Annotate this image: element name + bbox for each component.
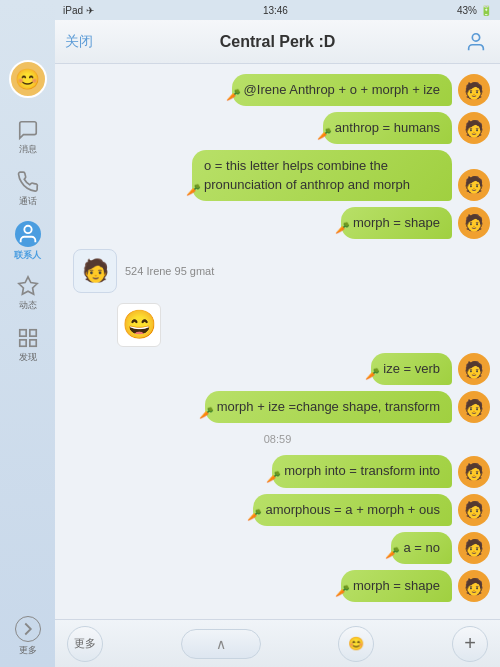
avatar: 🧑 — [458, 391, 490, 423]
sidebar-item-contacts[interactable]: 联系人 — [5, 218, 51, 264]
emoji-message: 😄 — [117, 303, 161, 347]
emoji-icon: 😊 — [348, 636, 364, 651]
message-text: morph = shape — [353, 215, 440, 230]
sidebar-discover-label: 发现 — [19, 351, 37, 364]
status-right: 43% 🔋 — [457, 5, 492, 16]
message-text: anthrop = humans — [335, 120, 440, 135]
battery-icon: 🔋 — [480, 5, 492, 16]
message-bubble: @Irene Anthrop + o + morph + ize — [232, 74, 452, 106]
close-button[interactable]: 关闭 — [65, 33, 93, 51]
table-row: 🧑 morph = shape — [65, 570, 490, 602]
avatar[interactable]: 😊 — [9, 60, 47, 98]
more-label: 更多 — [74, 636, 96, 651]
battery-text: 43% — [457, 5, 477, 16]
sidebar-item-moments[interactable]: 动态 — [5, 270, 51, 316]
avatar: 🧑 — [458, 74, 490, 106]
sidebar-more-label: 更多 — [19, 644, 37, 657]
sidebar-item-messages[interactable]: 消息 — [5, 114, 51, 160]
sidebar-item-more[interactable]: 更多 — [5, 613, 51, 659]
svg-rect-4 — [29, 339, 35, 345]
timestamp: 08:59 — [65, 433, 490, 445]
svg-point-0 — [24, 225, 31, 232]
status-time: 13:46 — [263, 5, 288, 16]
message-text: morph + ize =change shape, transform — [217, 399, 440, 414]
messages-list: 🧑 @Irene Anthrop + o + morph + ize 🧑 ant… — [55, 64, 500, 619]
avatar: 🧑 — [458, 494, 490, 526]
svg-rect-5 — [19, 339, 25, 345]
chevron-up-icon: ∧ — [216, 636, 226, 652]
message-bubble: morph = shape — [341, 570, 452, 602]
avatar: 🧑 — [458, 570, 490, 602]
table-row: 🧑 morph into = transform into — [65, 455, 490, 487]
message-bubble: morph into = transform into — [272, 455, 452, 487]
avatar: 🧑 — [458, 353, 490, 385]
avatar: 🧑 — [458, 532, 490, 564]
message-bubble: amorphous = a + morph + ous — [253, 494, 452, 526]
chat-header: 关闭 Central Perk :D — [55, 20, 500, 64]
contact-avatar: 🧑 — [73, 249, 117, 293]
table-row: 🧑 morph = shape — [65, 207, 490, 239]
svg-point-6 — [472, 33, 479, 40]
message-bubble: ize = verb — [371, 353, 452, 385]
message-text: o = this letter helps combine the pronun… — [204, 158, 410, 191]
svg-marker-1 — [18, 276, 36, 293]
status-device: iPad ✈ — [63, 5, 94, 16]
table-row: 🧑 @Irene Anthrop + o + morph + ize — [65, 74, 490, 106]
table-row: 🧑 morph + ize =change shape, transform — [65, 391, 490, 423]
message-bubble: a = no — [391, 532, 452, 564]
avatar: 🧑 — [458, 207, 490, 239]
main-chat: iPad ✈ 13:46 43% 🔋 关闭 Central Perk :D 🧑 … — [55, 0, 500, 667]
sidebar-messages-label: 消息 — [19, 143, 37, 156]
sidebar-calls-label: 通话 — [19, 195, 37, 208]
chat-title: Central Perk :D — [220, 33, 336, 51]
more-button[interactable]: 更多 — [67, 626, 103, 662]
table-row: 🧑 a = no — [65, 532, 490, 564]
message-text: amorphous = a + morph + ous — [265, 502, 440, 517]
status-bar: iPad ✈ 13:46 43% 🔋 — [55, 0, 500, 20]
voice-button[interactable]: ∧ — [181, 629, 261, 659]
sidebar: 😊 消息 通话 联系人 动态 发现 — [0, 0, 55, 667]
svg-rect-3 — [29, 329, 35, 335]
message-bubble: anthrop = humans — [323, 112, 452, 144]
table-row: 🧑 ize = verb — [65, 353, 490, 385]
message-text: morph = shape — [353, 578, 440, 593]
add-icon: + — [464, 632, 476, 655]
emoji-button[interactable]: 😊 — [338, 626, 374, 662]
sidebar-item-calls[interactable]: 通话 — [5, 166, 51, 212]
message-text: @Irene Anthrop + o + morph + ize — [244, 82, 440, 97]
table-row: 🧑 anthrop = humans — [65, 112, 490, 144]
message-bubble: o = this letter helps combine the pronun… — [192, 150, 452, 200]
message-bubble: morph + ize =change shape, transform — [205, 391, 452, 423]
contact-icon[interactable] — [462, 28, 490, 56]
list-item: 🧑 524 Irene 95 gmat — [73, 249, 490, 293]
svg-rect-2 — [19, 329, 25, 335]
bottom-toolbar: 更多 ∧ 😊 + — [55, 619, 500, 667]
sidebar-contacts-label: 联系人 — [14, 249, 41, 262]
message-text: morph into = transform into — [284, 463, 440, 478]
avatar: 🧑 — [458, 456, 490, 488]
contact-name: 524 Irene 95 gmat — [125, 265, 214, 277]
table-row: 🧑 o = this letter helps combine the pron… — [65, 150, 490, 200]
add-button[interactable]: + — [452, 626, 488, 662]
status-left: iPad ✈ — [63, 5, 94, 16]
avatar: 🧑 — [458, 112, 490, 144]
message-bubble: morph = shape — [341, 207, 452, 239]
message-text: ize = verb — [383, 361, 440, 376]
table-row: 🧑 amorphous = a + morph + ous — [65, 494, 490, 526]
message-text: a = no — [403, 540, 440, 555]
avatar: 🧑 — [458, 169, 490, 201]
sidebar-moments-label: 动态 — [19, 299, 37, 312]
table-row: 😄 — [117, 303, 490, 347]
sidebar-item-discover[interactable]: 发现 — [5, 322, 51, 368]
